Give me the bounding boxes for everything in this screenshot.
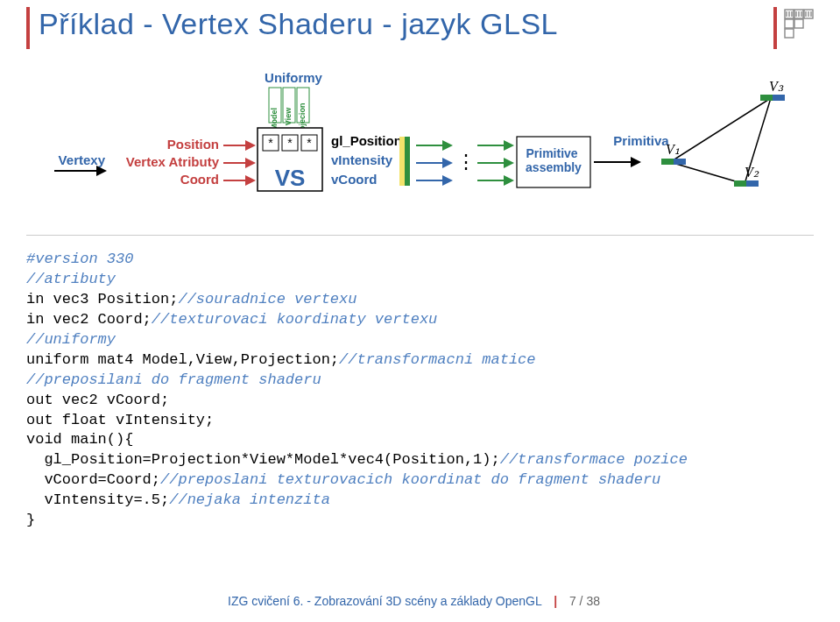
code-line: #version 330: [26, 251, 133, 267]
v3-label: V₃: [769, 79, 784, 94]
svg-rect-29: [399, 137, 405, 186]
code-comment: //transformace pozice: [500, 451, 688, 468]
code-comment: //souradnice vertexu: [178, 291, 356, 307]
primitive-assembly: Primitive assembly: [526, 146, 582, 174]
code-line: vCoord=Coord;: [26, 471, 160, 488]
code-line: in vec2 Coord;: [26, 311, 152, 328]
svg-rect-44: [760, 95, 773, 101]
footer: IZG cvičení 6. - Zobrazování 3D scény a …: [0, 590, 840, 611]
svg-text:*: *: [307, 136, 312, 150]
code-line: void main(){: [26, 431, 133, 448]
svg-text:*: *: [287, 136, 293, 150]
footer-title: IZG cvičení 6. - Zobrazování 3D scény a …: [228, 594, 541, 608]
code-listing: #version 330 //atributy in vec3 Position…: [26, 250, 814, 531]
code-line: gl_Position=Projection*View*Model*vec4(P…: [26, 451, 500, 468]
code-line: in vec3 Position;: [26, 291, 178, 307]
code-line: }: [26, 512, 35, 528]
svg-rect-41: [674, 159, 686, 165]
attr-vertex-atributy: Vertex Atributy: [126, 154, 220, 169]
uniformy-label: Uniformy: [265, 70, 322, 85]
code-comment: //uniformy: [26, 331, 116, 348]
dots-icon: ⋮: [456, 151, 476, 173]
svg-text:*: *: [268, 136, 273, 150]
svg-rect-11: [785, 29, 794, 38]
out-vcoord: vCoord: [331, 172, 378, 187]
code-comment: //preposlani texturovacich koordinat do …: [160, 471, 660, 488]
out-gl-position: gl_Position: [331, 133, 402, 148]
uniform-view: View: [284, 107, 293, 125]
code-line: out float vIntensity;: [26, 412, 214, 428]
title-rule-left: [26, 7, 30, 49]
code-line: vIntensity=.5;: [26, 491, 169, 508]
code-comment: //texturovaci koordinaty vertexu: [152, 311, 437, 328]
code-comment: //transformacni matice: [339, 351, 535, 368]
attr-coord: Coord: [180, 172, 219, 187]
title-rule-right: [773, 7, 777, 49]
svg-rect-43: [746, 180, 759, 187]
vs-label: VS: [275, 165, 306, 191]
page-title: Příklad - Vertex Shaderu - jazyk GLSL: [39, 7, 765, 41]
v1-label: V₁: [666, 142, 680, 157]
page-number: 7 / 38: [569, 594, 600, 608]
out-vintensity: vIntensity: [331, 152, 393, 167]
primitiva-label: Primitiva: [613, 133, 669, 148]
uniform-model: Model: [270, 108, 279, 131]
code-line: uniform mat4 Model,View,Projection;: [26, 351, 339, 368]
svg-rect-30: [405, 137, 410, 186]
title-bar: Příklad - Vertex Shaderu - jazyk GLSL: [26, 7, 814, 49]
attr-position: Position: [167, 137, 219, 152]
svg-rect-40: [661, 159, 674, 165]
v2-label: V₂: [745, 165, 759, 180]
code-comment: //nejaka intenzita: [169, 491, 330, 508]
code-comment: //preposilani do fragment shaderu: [26, 371, 321, 388]
svg-rect-42: [734, 180, 746, 187]
svg-rect-10: [794, 19, 803, 28]
svg-rect-9: [785, 19, 794, 28]
divider: [26, 235, 814, 236]
pipeline-diagram: Uniformy Model View Projecion Vertexy Po…: [53, 70, 788, 201]
code-comment: //atributy: [26, 271, 116, 287]
vertexy-label: Vertexy: [59, 152, 106, 167]
code-line: out vec2 vCoord;: [26, 392, 169, 408]
svg-rect-45: [773, 95, 785, 101]
university-logo: [784, 9, 814, 47]
footer-separator: |: [545, 594, 566, 608]
